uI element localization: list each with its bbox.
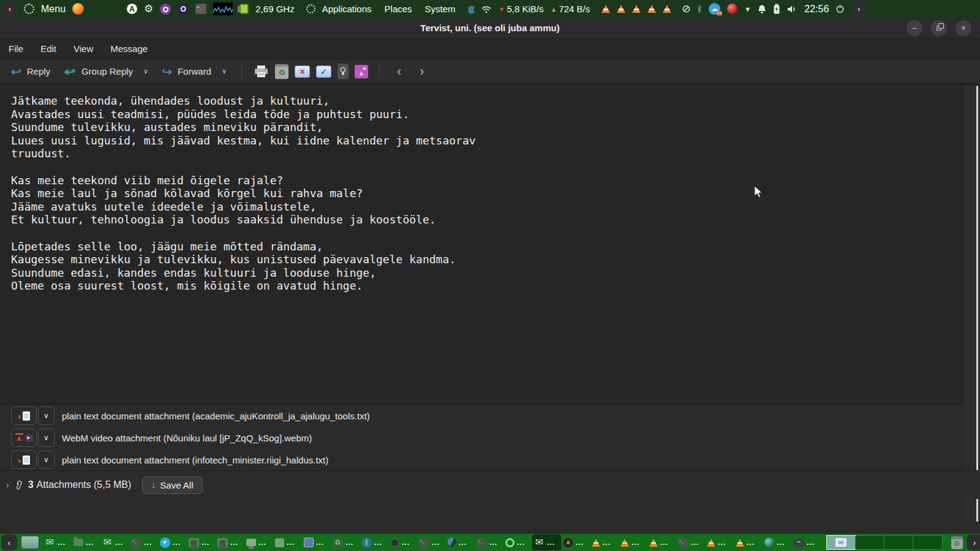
system-menu[interactable]: System <box>425 4 456 14</box>
attachment-open-button[interactable]: › <box>11 407 37 425</box>
wifi-icon[interactable] <box>481 5 492 13</box>
blocked-circle-icon[interactable]: ⊘ <box>682 4 690 14</box>
workspace-2[interactable] <box>856 536 884 549</box>
taskbar-window-monitor[interactable]: ... <box>244 534 273 550</box>
terminal-icon[interactable]: >_ <box>195 4 206 14</box>
power-icon[interactable] <box>835 4 845 13</box>
save-all-button[interactable]: ↓ Save All <box>142 476 202 494</box>
taskbar-collapse-right-button[interactable]: › <box>967 534 980 550</box>
mark-not-junk-button[interactable]: ✓ <box>316 66 331 78</box>
vlc-tray-icon[interactable] <box>647 5 656 13</box>
workspace-3[interactable] <box>884 536 913 549</box>
taskbar-window-audacity[interactable]: a... <box>561 534 590 550</box>
attachment-row[interactable]: › ∨ plain text document attachment (acad… <box>0 405 964 427</box>
menu-view[interactable]: View <box>74 43 93 54</box>
clock[interactable]: 22:56 <box>804 4 829 15</box>
bluetooth-tray-icon[interactable]: ᛒ <box>698 4 703 13</box>
forward-dropdown-icon[interactable]: ∨ <box>222 67 227 75</box>
speaker-icon[interactable] <box>787 5 797 13</box>
vlc-tray-icon[interactable] <box>632 5 641 13</box>
vlc-tray-icon[interactable] <box>617 5 625 13</box>
group-reply-button[interactable]: ↩ Group Reply ∨ <box>60 63 152 80</box>
group-reply-dropdown-icon[interactable]: ∨ <box>143 67 148 75</box>
menu-file[interactable]: File <box>9 43 23 54</box>
taskbar-window-vlc[interactable]: ... <box>734 534 763 550</box>
vlc-tray-icon[interactable] <box>663 5 671 13</box>
trash-applet[interactable]: ♻ <box>951 536 963 549</box>
attachment-label[interactable]: plain text document attachment (academic… <box>62 411 370 421</box>
show-desktop-button[interactable] <box>21 536 39 549</box>
taskbar-window-shield[interactable]: ... <box>446 534 475 550</box>
workspace-4[interactable] <box>913 536 942 549</box>
attachment-row[interactable]: › ∨ plain text document attachment (info… <box>0 449 964 471</box>
taskbar-window-envelope[interactable]: ✉... <box>43 534 72 550</box>
message-body-pane[interactable]: Jätkame teekonda, ühendades loodust ja k… <box>0 86 964 404</box>
menu-edit[interactable]: Edit <box>40 43 56 54</box>
attachment-row[interactable]: ∧ ▶ ∨ WebM video attachment (Nõuniku lau… <box>0 427 964 449</box>
tray-dropdown-icon[interactable]: ▼ <box>744 6 751 13</box>
attachment-open-button[interactable]: ∧ ▶ <box>11 429 37 447</box>
network-waves-icon[interactable]: ((( <box>469 5 474 13</box>
taskbar-window-darkcircle[interactable]: ... <box>388 534 417 550</box>
applications-menu[interactable]: Applications <box>322 4 372 14</box>
scrollbar-thumb[interactable] <box>976 86 978 522</box>
print-button[interactable] <box>253 64 269 80</box>
bell-icon[interactable] <box>758 4 766 14</box>
taskbar-window-envelope[interactable]: ✉... <box>100 534 129 550</box>
search-app-icon[interactable]: A <box>127 4 137 14</box>
taskbar-window-telegram[interactable]: ➤... <box>158 534 187 550</box>
nav-back-button[interactable]: ‹ <box>391 64 407 80</box>
taskbar-window-terminal[interactable]: >_... <box>129 534 158 550</box>
applications-logo-icon[interactable] <box>306 4 315 13</box>
taskbar-window-vlc[interactable]: ... <box>590 534 619 550</box>
panel-collapse-left-button[interactable]: ‹ <box>2 1 17 17</box>
taskbar-window-globe[interactable]: ... <box>763 534 791 550</box>
menu-button[interactable]: Menu <box>41 4 66 15</box>
taskbar-window-terminal[interactable]: >_... <box>475 534 503 550</box>
minimize-button[interactable]: – <box>907 20 922 36</box>
taskbar-window-terminal[interactable]: >_... <box>417 534 446 550</box>
nav-forward-button[interactable]: › <box>413 64 430 80</box>
close-button[interactable]: × <box>956 20 971 36</box>
mark-junk-button[interactable]: × <box>295 66 310 78</box>
window-titlebar[interactable]: Tervist, uni. (see oli juba ammu) – × <box>0 18 980 39</box>
panel-collapse-right-button[interactable]: › <box>851 1 866 17</box>
taskbar-window-vlc[interactable]: ... <box>647 534 676 550</box>
taskbar-collapse-left-button[interactable]: ‹ <box>1 534 17 550</box>
cloud-sync-icon[interactable]: ☁45 <box>709 3 720 15</box>
vlc-tray-icon[interactable] <box>601 5 610 13</box>
taskbar-window-waveform[interactable]: ~... <box>791 534 820 550</box>
taskbar-window-recycle[interactable]: ♻... <box>331 534 360 550</box>
image-button[interactable]: ▲ <box>355 65 368 78</box>
taskbar-window-lightcircle[interactable]: ... <box>503 534 532 550</box>
taskbar-window-vlc[interactable]: ... <box>619 534 647 550</box>
taskbar-window-terminal[interactable]: >_... <box>676 534 705 550</box>
opera-icon[interactable]: O <box>178 4 189 15</box>
attachment-menu-button[interactable]: ∨ <box>38 451 55 469</box>
cpu-chip-icon[interactable] <box>239 4 249 14</box>
taskbar-window-envelope[interactable]: ✉... <box>532 534 561 550</box>
taskbar-window-film[interactable]: ▦... <box>216 534 244 550</box>
firefox-icon[interactable] <box>72 3 84 15</box>
lamp-button[interactable] <box>337 64 349 79</box>
forward-button[interactable]: ↪ Forward ∨ <box>158 63 230 80</box>
attachment-open-button[interactable]: › <box>11 451 37 469</box>
gears-icon[interactable]: ⚙ <box>144 4 153 14</box>
attachment-menu-button[interactable]: ∨ <box>38 407 55 425</box>
attachment-label[interactable]: plain text document attachment (infotech… <box>62 455 328 465</box>
attachment-label[interactable]: WebM video attachment (Nõuniku laul [jP_… <box>62 433 312 443</box>
menu-message[interactable]: Message <box>110 43 148 54</box>
red-status-icon[interactable] <box>727 4 737 14</box>
taskbar-window-bluetooth[interactable]: ᛒ... <box>360 534 388 550</box>
taskbar-window-greensq[interactable]: ... <box>273 534 302 550</box>
taskbar-window-vlc[interactable]: ... <box>705 534 734 550</box>
taskbar-window-selection[interactable]: ... <box>302 534 331 550</box>
battery-charging-icon[interactable] <box>773 4 780 14</box>
places-menu[interactable]: Places <box>385 4 412 14</box>
attachment-menu-button[interactable]: ∨ <box>38 429 55 447</box>
taskbar-window-folder[interactable]: ... <box>72 534 100 550</box>
reply-button[interactable]: ↩ Reply <box>7 63 54 80</box>
distro-logo-icon[interactable] <box>24 4 34 14</box>
delete-button[interactable]: ♻ <box>275 64 288 79</box>
tor-browser-icon[interactable] <box>160 4 171 15</box>
